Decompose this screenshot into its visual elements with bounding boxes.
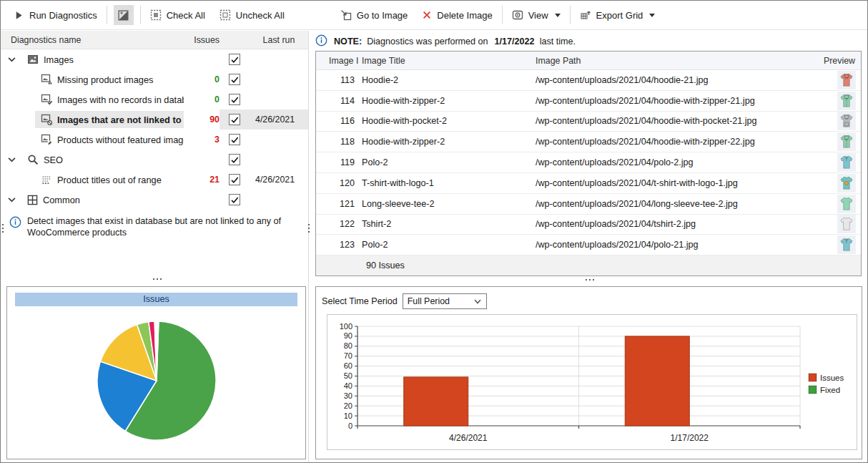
check-all-button[interactable]: Check All bbox=[143, 4, 212, 26]
image-preview-thumbnail bbox=[837, 235, 856, 254]
go-to-image-icon bbox=[340, 9, 352, 21]
tree-row-name: Products without featured image bbox=[1, 131, 184, 148]
row-checkbox[interactable] bbox=[229, 94, 240, 105]
tree-row-name: SEO bbox=[1, 151, 184, 168]
column-preview[interactable]: Preview bbox=[817, 56, 861, 66]
left-edge-splitter-grip[interactable] bbox=[2, 224, 4, 233]
run-diagnostics-button[interactable]: Run Diagnostics bbox=[6, 4, 104, 26]
toolbar-separator bbox=[502, 6, 503, 24]
delete-image-button[interactable]: Delete Image bbox=[415, 4, 499, 26]
chevron-down-icon[interactable] bbox=[8, 57, 16, 62]
image-title-cell: Hoodie-with-zipper-2 bbox=[360, 96, 534, 106]
table-row[interactable]: 118Hoodie-with-zipper-2/wp-content/uploa… bbox=[316, 132, 861, 152]
chevron-down-icon[interactable] bbox=[8, 157, 16, 162]
issues-count: 3 bbox=[184, 135, 220, 145]
run-diagnostics-label: Run Diagnostics bbox=[29, 10, 97, 21]
issues-count-footer: 90 Issues bbox=[316, 255, 861, 276]
image-title-cell: Tshirt-2 bbox=[360, 219, 534, 229]
image-path-cell: /wp-content/uploads/2021/04/hoodie-with-… bbox=[534, 137, 817, 147]
view-dropdown-button[interactable]: View bbox=[505, 4, 568, 26]
left-horizontal-splitter-grip[interactable] bbox=[153, 278, 162, 280]
table-row[interactable]: 123Polo-2/wp-content/uploads/2021/04/pol… bbox=[316, 235, 861, 255]
tree-row[interactable]: Common bbox=[1, 190, 308, 210]
time-period-value: Full Period bbox=[408, 296, 450, 306]
column-diagnostics-name[interactable]: Diagnostics name bbox=[1, 35, 184, 45]
image-path-cell: /wp-content/uploads/2021/04/long-sleeve-… bbox=[534, 199, 817, 209]
image-path-cell: /wp-content/uploads/2021/04/hoodie-with-… bbox=[534, 116, 817, 126]
tree-row[interactable]: SEO bbox=[1, 150, 308, 170]
tree-row[interactable]: Missing product images0 bbox=[1, 69, 308, 89]
tree-row[interactable]: Products without featured image3 bbox=[1, 130, 308, 150]
vertical-splitter-grip[interactable] bbox=[308, 224, 310, 233]
time-period-label: Select Time Period bbox=[322, 296, 398, 306]
row-checkbox[interactable] bbox=[229, 134, 240, 145]
image-nofeature-icon bbox=[41, 134, 52, 145]
search-icon bbox=[27, 154, 39, 165]
info-icon bbox=[315, 34, 327, 49]
toolbar-separator bbox=[107, 6, 107, 24]
tree-row[interactable]: Images with no records in databa0 bbox=[1, 89, 308, 109]
column-image-path[interactable]: Image Path bbox=[534, 56, 817, 66]
row-checkbox[interactable] bbox=[229, 194, 240, 205]
pie-chart-title: Issues bbox=[15, 293, 297, 306]
play-icon bbox=[14, 10, 24, 21]
tree-row-name: Images bbox=[1, 51, 184, 68]
table-row[interactable]: 121Long-sleeve-tee-2/wp-content/uploads/… bbox=[316, 194, 861, 215]
tree-row-name: Common bbox=[1, 192, 184, 208]
image-id-cell: 120 bbox=[316, 178, 360, 188]
note-prefix: NOTE: bbox=[334, 36, 362, 47]
image-id-cell: 113 bbox=[316, 75, 360, 85]
row-checkbox[interactable] bbox=[229, 154, 240, 165]
auto-fix-button[interactable] bbox=[114, 5, 134, 25]
table-row[interactable]: 119Polo-2/wp-content/uploads/2021/04/pol… bbox=[316, 152, 861, 173]
uncheck-all-button[interactable]: Uncheck All bbox=[212, 4, 292, 26]
svg-text:10: 10 bbox=[344, 411, 352, 420]
issues-count: 0 bbox=[184, 74, 220, 84]
chevron-down-icon[interactable] bbox=[8, 197, 16, 203]
svg-text:30: 30 bbox=[344, 391, 352, 400]
right-horizontal-splitter-grip[interactable] bbox=[586, 279, 594, 281]
table-row[interactable]: 113Hoodie-2/wp-content/uploads/2021/04/h… bbox=[316, 70, 861, 91]
image-title-cell: Polo-2 bbox=[360, 157, 534, 167]
tree-row-name: Images that are not linked to any bbox=[1, 111, 184, 128]
row-checkbox[interactable] bbox=[229, 174, 240, 185]
svg-text:0: 0 bbox=[348, 421, 352, 430]
tree-row[interactable]: Images bbox=[1, 49, 308, 69]
time-period-select[interactable]: Full Period bbox=[403, 293, 487, 309]
table-row[interactable]: 116Hoodie-with-pocket-2/wp-content/uploa… bbox=[316, 112, 861, 132]
image-id-cell: 122 bbox=[316, 219, 360, 229]
image-id-cell: 121 bbox=[316, 199, 360, 209]
tree-row[interactable]: Product titles out of range214/26/2021 bbox=[1, 170, 308, 190]
svg-text:Fixed: Fixed bbox=[820, 386, 840, 394]
diagnostics-tree: ImagesMissing product images0Images with… bbox=[1, 49, 308, 210]
toolbar-separator bbox=[570, 6, 571, 24]
svg-text:70: 70 bbox=[344, 351, 352, 360]
row-checkbox[interactable] bbox=[229, 114, 240, 125]
adjust-icon bbox=[117, 9, 129, 21]
row-checkbox[interactable] bbox=[229, 54, 240, 65]
table-row[interactable]: 114Hoodie-with-zipper-2/wp-content/uploa… bbox=[316, 91, 861, 112]
table-row[interactable]: 122Tshirt-2/wp-content/uploads/2021/04/t… bbox=[316, 215, 861, 235]
row-checkbox[interactable] bbox=[229, 74, 240, 85]
column-image-title[interactable]: Image Title bbox=[360, 56, 534, 66]
export-grid-dropdown-button[interactable]: Export Grid bbox=[573, 4, 663, 26]
tree-row[interactable]: Images that are not linked to any904/26/… bbox=[1, 109, 308, 130]
toolbar: Run Diagnostics Check All Uncheck All Go… bbox=[1, 1, 867, 30]
image-title-cell: Hoodie-2 bbox=[360, 75, 534, 85]
time-period-row: Select Time Period Full Period bbox=[322, 293, 487, 309]
history-bar-chart: 01020304050607080901004/26/20211/17/2022… bbox=[327, 314, 857, 450]
table-row[interactable]: 120T-shirt-with-logo-1/wp-content/upload… bbox=[316, 173, 861, 194]
view-label: View bbox=[528, 10, 548, 21]
image-check-icon bbox=[41, 94, 52, 105]
image-path-cell: /wp-content/uploads/2021/04/tshirt-2.jpg bbox=[534, 219, 817, 229]
column-last-run[interactable]: Last run bbox=[250, 35, 308, 45]
go-to-image-button[interactable]: Go to Image bbox=[333, 4, 415, 26]
tree-row-label: Product titles out of range bbox=[57, 175, 162, 185]
column-image-id[interactable]: Image I bbox=[316, 56, 360, 66]
image-blocked-icon bbox=[41, 114, 52, 125]
column-issues[interactable]: Issues bbox=[184, 35, 220, 45]
image-preview-thumbnail bbox=[837, 215, 856, 233]
tree-row-name: Images with no records in databa bbox=[1, 91, 184, 108]
image-path-cell: /wp-content/uploads/2021/04/hoodie-with-… bbox=[534, 96, 817, 106]
image-path-cell: /wp-content/uploads/2021/04/polo-2.jpg bbox=[534, 157, 817, 167]
